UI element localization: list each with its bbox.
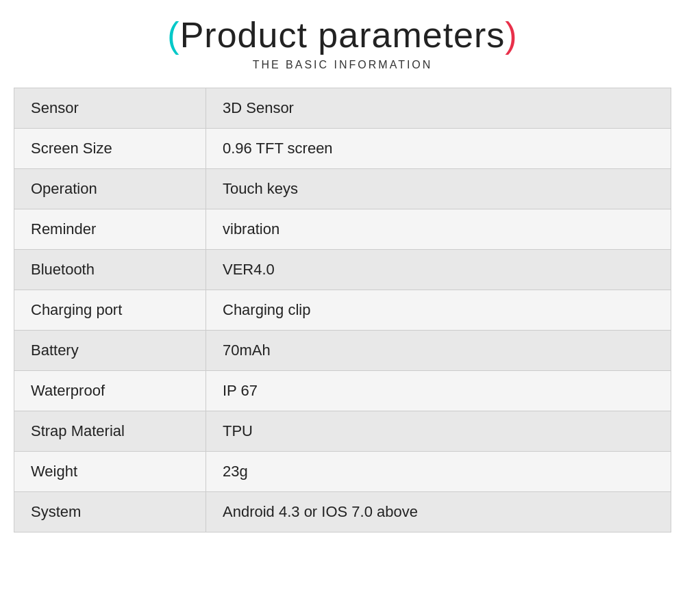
table-row: SystemAndroid 4.3 or IOS 7.0 above [14,492,671,532]
param-value: 70mAh [206,331,671,371]
table-row: Screen Size0.96 TFT screen [14,129,671,169]
param-label: Charging port [14,290,206,331]
param-label: Battery [14,331,206,371]
param-value: 3D Sensor [206,88,671,129]
params-table: Sensor3D SensorScreen Size0.96 TFT scree… [14,88,671,532]
table-row: WaterproofIP 67 [14,371,671,411]
param-value: 0.96 TFT screen [206,129,671,169]
subtitle: THE BASIC INFORMATION [14,59,671,71]
param-value: 23g [206,452,671,492]
param-label: System [14,492,206,532]
title-text: Product parameters [180,15,506,55]
param-label: Reminder [14,209,206,250]
table-row: OperationTouch keys [14,169,671,209]
table-row: BluetoothVER4.0 [14,250,671,290]
param-label: Bluetooth [14,250,206,290]
param-value: Charging clip [206,290,671,331]
table-row: Charging portCharging clip [14,290,671,331]
param-value: TPU [206,411,671,452]
header-section: (Product parameters) THE BASIC INFORMATI… [14,14,671,71]
param-value: Touch keys [206,169,671,209]
bracket-right: ) [505,15,517,55]
table-row: Battery70mAh [14,331,671,371]
param-label: Waterproof [14,371,206,411]
param-value: IP 67 [206,371,671,411]
param-label: Sensor [14,88,206,129]
table-row: Sensor3D Sensor [14,88,671,129]
param-label: Screen Size [14,129,206,169]
table-row: Strap MaterialTPU [14,411,671,452]
param-value: Android 4.3 or IOS 7.0 above [206,492,671,532]
param-label: Weight [14,452,206,492]
table-row: Weight23g [14,452,671,492]
param-value: vibration [206,209,671,250]
param-value: VER4.0 [206,250,671,290]
param-label: Operation [14,169,206,209]
page-title: (Product parameters) [14,14,671,56]
param-label: Strap Material [14,411,206,452]
table-row: Remindervibration [14,209,671,250]
bracket-left: ( [167,15,179,55]
